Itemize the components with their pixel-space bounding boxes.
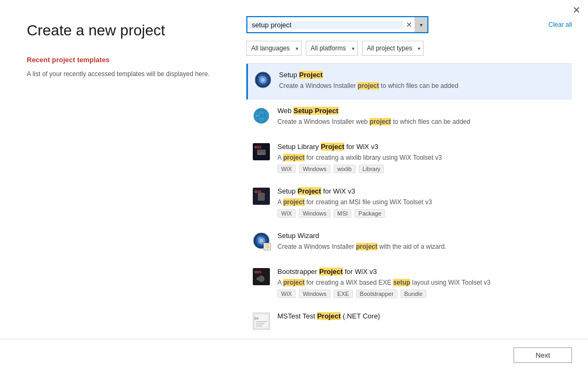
- language-filter[interactable]: All languages C# VB C++ F#: [246, 41, 301, 56]
- tag: wixlib: [334, 165, 356, 173]
- list-item[interactable]: WiX Setup Project for WiX v3A project fo…: [246, 180, 572, 225]
- result-title: Setup Library Project for WiX v3: [277, 142, 567, 152]
- result-content: Bootstrapper Project for WiX v3A project…: [277, 267, 567, 298]
- result-title: Setup Project: [279, 70, 567, 80]
- svg-point-4: [262, 79, 264, 81]
- result-content: Setup ProjectCreate a Windows Installer …: [279, 70, 567, 93]
- result-icon: C#: [252, 311, 271, 331]
- svg-text:WiX: WiX: [254, 270, 261, 274]
- svg-point-28: [257, 277, 260, 280]
- tag: EXE: [334, 290, 353, 298]
- svg-rect-33: [256, 323, 265, 324]
- recent-description: A list of your recently accessed templat…: [27, 69, 214, 79]
- svg-rect-32: [256, 321, 267, 322]
- list-item[interactable]: WiX Setup Library Project for WiX v3A pr…: [246, 136, 572, 180]
- list-item[interactable]: 📀 Setup WizardCreate a Windows Installer…: [246, 225, 572, 261]
- tag: WiX: [277, 209, 296, 218]
- result-description: A project for creating an MSI file using…: [277, 198, 567, 207]
- page-title: Create a new project: [27, 21, 214, 40]
- result-title: Web Setup Project: [277, 106, 567, 116]
- right-panel: ✕ ▾ Clear all All languages C# VB C++ F#: [236, 0, 588, 339]
- recent-section-title: Recent project templates: [27, 56, 214, 64]
- search-dropdown-button[interactable]: ▾: [414, 17, 427, 32]
- tag: Bootstrapper: [356, 290, 397, 298]
- clear-all-link[interactable]: Clear all: [548, 21, 572, 28]
- result-title: MSTest Test Project (.NET Core): [277, 311, 567, 321]
- result-content: Setup WizardCreate a Windows Installer p…: [277, 231, 567, 254]
- search-input[interactable]: [247, 21, 404, 29]
- result-description: Create a Windows Installer project with …: [277, 242, 567, 251]
- svg-rect-18: [258, 193, 265, 201]
- svg-point-23: [261, 240, 262, 241]
- tag: Bundle: [401, 290, 426, 298]
- next-button[interactable]: Next: [514, 347, 572, 363]
- result-tags: WiXWindowswixlibLibrary: [277, 165, 567, 173]
- project-type-filter[interactable]: All project types Console Desktop Librar…: [362, 41, 424, 56]
- result-description: Create a Windows Installer web project t…: [277, 117, 567, 127]
- result-title: Setup Wizard: [277, 231, 567, 241]
- result-icon: 📀: [252, 231, 271, 250]
- result-icon: [252, 106, 271, 125]
- filters-row: All languages C# VB C++ F# All platforms…: [246, 41, 572, 56]
- close-button[interactable]: ✕: [572, 5, 581, 15]
- results-list: Setup ProjectCreate a Windows Installer …: [246, 63, 572, 339]
- search-area: ✕ ▾ Clear all: [246, 16, 572, 33]
- result-tags: WiXWindowsEXEBootstrapperBundle: [277, 290, 567, 298]
- result-icon: WiX: [252, 267, 271, 286]
- result-title: Setup Project for WiX v3: [277, 187, 567, 196]
- list-item[interactable]: WiX Bootstrapper Project for WiX v3A pro…: [246, 261, 572, 305]
- svg-rect-15: [257, 153, 266, 155]
- result-title: Bootstrapper Project for WiX v3: [277, 267, 567, 277]
- tag: MSI: [334, 209, 352, 218]
- tag: WiX: [277, 165, 296, 173]
- svg-text:C#: C#: [254, 317, 259, 320]
- bottom-bar: Next: [0, 339, 588, 371]
- language-filter-wrapper: All languages C# VB C++ F#: [246, 41, 301, 56]
- result-content: Setup Project for WiX v3A project for cr…: [277, 187, 567, 218]
- result-icon: WiX: [252, 142, 271, 161]
- main-layout: Create a new project Recent project temp…: [0, 0, 588, 339]
- search-clear-button[interactable]: ✕: [404, 20, 414, 29]
- result-tags: WiXWindowsMSIPackage: [277, 209, 567, 218]
- platform-filter[interactable]: All platforms Windows Linux macOS: [306, 41, 358, 56]
- result-description: A project for creating a wixlib library …: [277, 153, 567, 162]
- svg-rect-34: [256, 325, 262, 327]
- tag: WiX: [277, 290, 296, 298]
- project-type-filter-wrapper: All project types Console Desktop Librar…: [362, 41, 424, 56]
- tag: Windows: [299, 209, 330, 218]
- list-item[interactable]: Setup ProjectCreate a Windows Installer …: [246, 64, 572, 100]
- create-project-dialog: ✕ Create a new project Recent project te…: [0, 0, 588, 371]
- left-panel: Create a new project Recent project temp…: [0, 0, 236, 339]
- tag: Windows: [299, 290, 330, 298]
- list-item[interactable]: Web Setup ProjectCreate a Windows Instal…: [246, 100, 572, 136]
- result-content: Web Setup ProjectCreate a Windows Instal…: [277, 106, 567, 129]
- result-content: Setup Library Project for WiX v3A projec…: [277, 142, 567, 173]
- result-icon: [253, 70, 273, 90]
- search-wrapper: ✕ ▾: [246, 16, 428, 33]
- tag: Package: [355, 209, 385, 218]
- tag: Library: [359, 165, 385, 173]
- platform-filter-wrapper: All platforms Windows Linux macOS: [306, 41, 358, 56]
- result-description: A project for creating a WiX based EXE s…: [277, 278, 567, 287]
- tag: Windows: [299, 165, 330, 173]
- result-content: MSTest Test Project (.NET Core): [277, 311, 567, 323]
- result-icon: WiX: [252, 187, 271, 206]
- result-description: Create a Windows Installer project to wh…: [279, 81, 567, 91]
- svg-text:WiX: WiX: [254, 145, 261, 149]
- list-item[interactable]: C# MSTest Test Project (.NET Core): [246, 305, 572, 338]
